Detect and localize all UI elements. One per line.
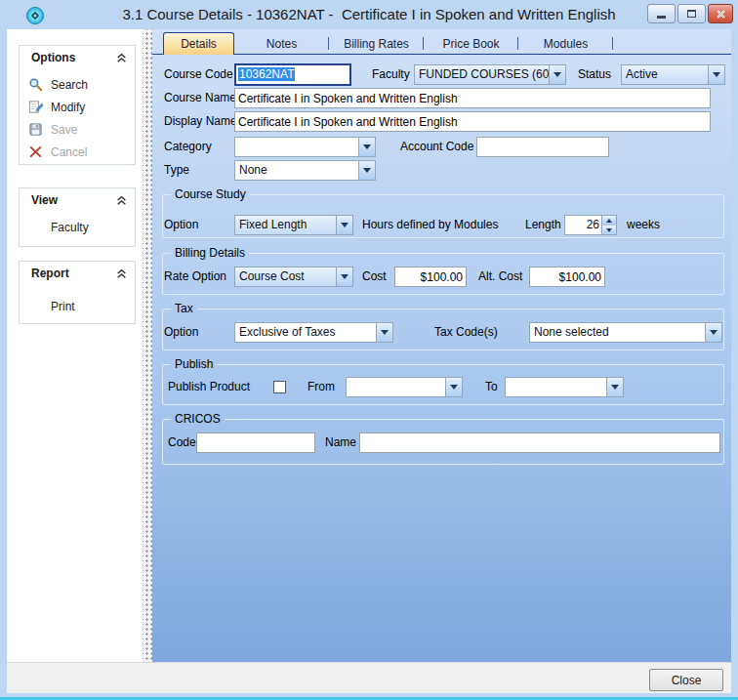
publish-from-label: From [308,377,335,397]
course-code-input[interactable]: 10362NAT [234,63,351,86]
category-label: Category [164,137,212,157]
publish-from-value [347,378,445,396]
sidebar-item-label: Search [51,78,88,92]
chevron-down-icon[interactable] [606,378,623,396]
minimize-button[interactable] [647,4,676,23]
collapse-chevron-icon[interactable] [116,195,127,206]
chevron-down-icon[interactable] [358,138,375,156]
publish-from-dropdown[interactable] [346,377,463,397]
sidebar-item-modify[interactable]: Modify [20,96,135,118]
tax-option-value: Exclusive of Taxes [235,323,376,342]
minimize-icon [657,16,666,19]
faculty-label: Faculty [372,64,410,85]
tax-codes-dropdown[interactable]: None selected [529,322,722,343]
options-panel-header[interactable]: Options [20,46,135,69]
cricos-code-label: Code [168,432,196,453]
view-panel-header[interactable]: View [20,188,135,212]
publish-to-value [506,378,606,396]
course-details-window: 3.1 Course Details - 10362NAT - Certific… [0,0,738,700]
close-button[interactable]: Close [649,669,723,691]
chevron-down-icon[interactable] [376,323,392,342]
sidebar-item-save[interactable]: Save [20,118,135,141]
category-dropdown[interactable] [234,137,376,157]
report-panel-title: Report [31,267,69,280]
type-label: Type [164,160,189,181]
modify-icon [28,100,43,114]
cricos-name-label: Name [325,432,356,453]
sidebar-splitter[interactable] [143,29,152,662]
tab-details[interactable]: Details [163,32,234,55]
cricos-group-title: CRICOS [171,412,225,426]
status-dropdown[interactable]: Active [621,64,725,85]
spinner-down-icon[interactable] [602,226,616,234]
alt-cost-label: Alt. Cost [478,267,522,287]
course-study-group-title: Course Study [171,187,250,201]
sidebar-item-print[interactable]: Print [20,295,135,317]
rate-option-label: Rate Option [164,267,226,287]
report-panel-header[interactable]: Report [20,262,135,285]
tax-group-title: Tax [171,302,197,315]
chevron-down-icon[interactable] [708,65,724,84]
category-value [235,138,358,156]
display-name-input[interactable] [234,111,711,132]
weeks-label: weeks [627,215,660,235]
spinner-up-icon[interactable] [602,216,616,226]
search-icon [28,77,43,92]
cost-input[interactable] [394,267,467,287]
sidebar: Options Search Modify Save Can [7,29,143,662]
sidebar-item-label: Modify [51,101,85,114]
chevron-down-icon[interactable] [336,268,352,286]
tab-price-book[interactable]: Price Book [424,32,518,55]
tab-notes[interactable]: Notes [234,32,329,55]
faculty-value: FUNDED COURSES (6003) [415,65,549,84]
account-code-input[interactable] [476,137,609,157]
titlebar: 3.1 Course Details - 10362NAT - Certific… [0,0,738,29]
tax-option-dropdown[interactable]: Exclusive of Taxes [234,322,393,343]
publish-group-title: Publish [171,357,217,371]
sidebar-item-label: Faculty [51,221,89,234]
rate-option-value: Course Cost [235,268,336,286]
display-name-label: Display Name [164,111,237,132]
tax-codes-value: None selected [530,323,705,342]
close-window-button[interactable] [708,4,733,23]
collapse-chevron-icon[interactable] [116,53,127,63]
maximize-button[interactable] [677,4,706,23]
status-value: Active [622,65,708,84]
length-label: Length [525,215,561,235]
maximize-icon [687,10,696,18]
faculty-dropdown[interactable]: FUNDED COURSES (6003) [414,64,566,85]
length-value[interactable]: 26 [565,216,601,234]
hours-note: Hours defined by Modules [362,215,498,235]
course-name-input[interactable] [234,88,711,108]
cricos-code-input[interactable] [196,432,315,453]
chevron-down-icon[interactable] [358,161,375,180]
view-panel: View Faculty [19,187,136,247]
options-items: Search Modify Save Cancel [20,69,135,169]
collapse-chevron-icon[interactable] [116,268,127,279]
tab-modules[interactable]: Modules [518,32,613,55]
alt-cost-input[interactable] [529,267,605,287]
tab-billing-rates[interactable]: Billing Rates [329,32,424,55]
billing-details-group-title: Billing Details [171,246,249,260]
main-panel: Details Notes Billing Rates Price Book M… [152,29,731,662]
chevron-down-icon[interactable] [549,65,565,84]
publish-product-checkbox[interactable] [273,381,286,393]
chevron-down-icon[interactable] [336,216,352,234]
course-study-option-dropdown[interactable]: Fixed Length [234,215,353,235]
chevron-down-icon[interactable] [445,378,462,396]
account-code-label: Account Code [400,137,473,157]
type-dropdown[interactable]: None [234,160,376,181]
cricos-name-input[interactable] [359,432,720,453]
report-panel: Report Print [19,261,136,324]
tax-option-label: Option [164,322,198,343]
sidebar-item-cancel[interactable]: Cancel [20,141,135,163]
publish-to-dropdown[interactable] [505,377,624,397]
rate-option-dropdown[interactable]: Course Cost [234,267,353,287]
length-spinner[interactable]: 26 [564,215,617,235]
close-icon [716,9,726,20]
chevron-down-icon[interactable] [705,323,721,342]
sidebar-item-faculty[interactable]: Faculty [20,216,135,238]
report-items: Print [20,285,135,323]
status-label: Status [578,64,611,85]
sidebar-item-search[interactable]: Search [20,73,135,96]
